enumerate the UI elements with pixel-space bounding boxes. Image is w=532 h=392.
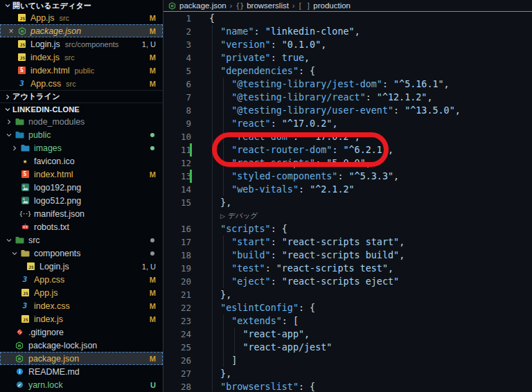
line-number: 24 (163, 329, 191, 339)
breadcrumb-separator-icon: › (230, 2, 232, 10)
file-name: index.html (34, 170, 73, 179)
tree-item[interactable]: images (0, 141, 163, 154)
chevron-down-icon[interactable] (4, 132, 14, 139)
open-editors-list: JSApp.jssrcM×package.jsonMJSLogin.jssrc/… (0, 11, 163, 90)
info-icon (14, 368, 25, 375)
open-editor-item[interactable]: JSindex.jssrcM (0, 51, 163, 64)
file-name: index.js (30, 53, 60, 62)
line-number: 2 (163, 26, 191, 37)
code-line: 3 "version": "0.1.0", (163, 38, 532, 51)
chevron-down-icon[interactable] (4, 237, 14, 244)
file-name: package.json (28, 354, 79, 364)
code-text: "extends": [ (209, 316, 299, 326)
chevron-right-icon[interactable] (4, 118, 14, 125)
codelens-debug-link[interactable]: ▷デバッグ (163, 209, 532, 222)
project-root-title: LINKEDIN-CLONE (12, 105, 80, 114)
file-name: yarn.lock (28, 380, 63, 390)
git-status-badge: M (150, 14, 156, 22)
outline-header[interactable]: アウトライン (0, 90, 163, 103)
file-path: src (59, 14, 69, 22)
git-status-badge: M (150, 170, 156, 179)
line-number: 14 (163, 184, 191, 195)
open-editor-item[interactable]: JSLogin.jssrc/components1, U (0, 37, 163, 51)
tree-item[interactable]: JSApp.jsM (0, 286, 163, 299)
code-line: 9 "react": "^17.0.2", (163, 117, 532, 130)
js-icon: JS (17, 14, 27, 21)
code-lines: 1{2 "name": "linkedin-clone",3 "version"… (163, 12, 532, 392)
tree-item[interactable]: package-lock.json (0, 339, 163, 352)
git-status-badge: M (150, 276, 156, 284)
editor-pane: package.json › {} browserslist › [ ] pro… (163, 0, 532, 392)
tree-item[interactable]: src (0, 233, 163, 247)
line-number: 10 (163, 132, 191, 142)
tree-item[interactable]: 3index.cssM (0, 299, 163, 312)
npm-icon (168, 2, 176, 10)
file-path: public (74, 66, 94, 75)
folder-icon (14, 131, 25, 139)
close-icon[interactable]: × (6, 26, 17, 36)
css-icon: 3 (19, 275, 30, 284)
tree-item[interactable]: yarn.lockU (0, 378, 163, 391)
code-line: 5 "dependencies": { (163, 64, 532, 78)
tree-item[interactable]: public (0, 128, 163, 141)
file-name: logo192.png (34, 183, 81, 193)
tree-item[interactable]: 3App.cssM (0, 273, 163, 286)
git-status-badge: M (150, 289, 156, 297)
chevron-right-icon[interactable] (10, 145, 19, 152)
chevron-down-icon[interactable] (10, 250, 19, 257)
file-name: manifest.json (34, 209, 85, 219)
file-name: Login.js (39, 262, 69, 271)
tree-item[interactable]: JSLogin.js1, U (0, 260, 163, 273)
file-name: src (28, 235, 40, 245)
breadcrumb-node[interactable]: browserslist (247, 1, 289, 10)
npm-icon (14, 341, 25, 350)
tree-item[interactable]: JSindex.jsM (0, 312, 163, 326)
open-editor-item[interactable]: JSApp.jssrcM (0, 11, 163, 24)
js-icon: JS (19, 315, 30, 323)
open-editors-title: 開いているエディター (12, 1, 91, 11)
project-root-header[interactable]: LINKEDIN-CLONE (0, 103, 163, 115)
tree-item[interactable]: 5index.htmlM (0, 168, 163, 181)
code-line: 27 }, (163, 367, 532, 380)
line-number: 28 (163, 382, 191, 392)
code-line: 23 "extends": [ (163, 314, 532, 328)
tree-item[interactable]: robots.txt (0, 220, 163, 233)
file-name: App.js (34, 288, 57, 298)
open-editor-item[interactable]: 3App.csssrcM (0, 77, 163, 90)
git-status-badge: M (150, 80, 156, 88)
open-editor-item[interactable]: ×package.jsonM (0, 24, 163, 37)
line-number: 5 (163, 66, 191, 76)
line-number: 11 (163, 145, 191, 155)
code-line: 15 }, (163, 196, 532, 209)
file-name: index.js (34, 314, 63, 324)
git-status-badge: 1, U (142, 40, 156, 48)
tree-item[interactable]: node_modules (0, 115, 163, 128)
code-line: 24 "react-app", (163, 328, 532, 341)
code-area[interactable]: 1{2 "name": "linkedin-clone",3 "version"… (163, 12, 532, 392)
tree-item[interactable]: logo512.png (0, 194, 163, 207)
tree-item[interactable]: logo192.png (0, 181, 163, 194)
tree-item[interactable]: components (0, 247, 163, 260)
annotation-circle (212, 132, 389, 167)
html-icon: 5 (17, 66, 27, 74)
tree-item[interactable]: {··}manifest.json (0, 207, 163, 220)
code-text: "styled-components": "^5.3.3", (209, 171, 399, 181)
tree-item[interactable]: package.jsonM (0, 352, 163, 365)
file-name: robots.txt (34, 222, 69, 232)
breadcrumb-leaf[interactable]: production (313, 1, 351, 10)
open-editor-item[interactable]: 5index.htmlpublicM (0, 64, 163, 77)
code-line: 26 ] (163, 354, 532, 367)
tree-item[interactable]: README.md (0, 365, 163, 378)
gutter-modified-indicator (190, 170, 192, 183)
code-text: "eject": "react-scripts eject" (209, 276, 399, 287)
code-line: 21 }, (163, 288, 532, 301)
explorer-tree: node_modulespublicimages★favicon.ico5ind… (0, 115, 163, 391)
line-number: 8 (163, 105, 191, 116)
codelens-label: デバッグ (228, 211, 258, 221)
tree-item[interactable]: ★favicon.ico (0, 154, 163, 168)
open-editors-header[interactable]: 開いているエディター (0, 0, 163, 11)
breadcrumb-file[interactable]: package.json (179, 1, 227, 10)
code-text: "build": "react-scripts build", (209, 250, 405, 260)
tree-item[interactable]: .gitignore (0, 326, 163, 339)
modified-children-dot (150, 146, 154, 150)
